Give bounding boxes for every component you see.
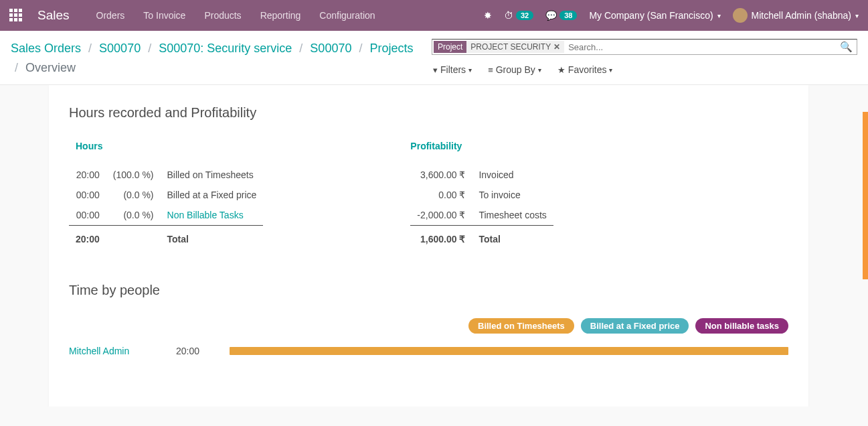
facet-value: PROJECT SECURITY (470, 42, 551, 52)
legend-billed-timesheets[interactable]: Billed on Timesheets (468, 318, 574, 334)
menu-orders[interactable]: Orders (96, 10, 125, 21)
search-icon[interactable]: 🔍 (840, 41, 855, 53)
list-icon: ≡ (488, 65, 493, 75)
discuss-count: 38 (559, 11, 577, 20)
person-name-link[interactable]: Mitchell Admin (69, 346, 163, 356)
overview-sheet: Hours recorded and Profitability Hours 2… (49, 85, 808, 407)
clock-icon: ⏱ (504, 10, 513, 21)
profit-row: 3,600.00 ₹ Invoiced (410, 165, 553, 185)
hours-label: Billed at a Fixed price (161, 185, 264, 205)
hours-row: 00:00 (0.0 %) Non Billable Tasks (69, 205, 263, 226)
star-icon: ★ (557, 65, 566, 75)
user-name: Mitchell Admin (shabna) (752, 10, 851, 21)
profit-total-row: 1,600.00 ₹ Total (410, 225, 553, 249)
crumb-security-service[interactable]: S00070: Security service (159, 42, 292, 55)
legend-non-billable[interactable]: Non billable tasks (695, 318, 788, 334)
groupby-button[interactable]: ≡ Group By ▾ (488, 64, 541, 75)
hours-total-row: 20:00 Total (69, 225, 263, 249)
search-facet-project: Project PROJECT SECURITY ✕ (434, 41, 564, 53)
profitability-block: Profitability 3,600.00 ₹ Invoiced 0.00 ₹… (410, 141, 553, 249)
content-area: Hours recorded and Profitability Hours 2… (0, 85, 868, 407)
control-panel: Sales Orders / S00070 / S00070: Security… (0, 31, 868, 85)
hours-heading: Hours (69, 141, 263, 151)
search-input[interactable] (564, 42, 840, 52)
menu-configuration[interactable]: Configuration (319, 10, 375, 21)
search-bar[interactable]: Project PROJECT SECURITY ✕ 🔍 (432, 39, 857, 55)
app-brand[interactable]: Sales (37, 8, 70, 23)
activities-button[interactable]: ⏱ 32 (504, 10, 533, 21)
company-switcher[interactable]: My Company (San Francisco) ▾ (589, 10, 720, 21)
person-hours: 20:00 (176, 346, 216, 356)
scrollbar-thumb[interactable] (863, 112, 868, 279)
hours-row: 20:00 (100.0 %) Billed on Timesheets (69, 165, 263, 185)
bug-icon[interactable]: ✸ (484, 10, 492, 21)
chevron-down-icon: ▾ (468, 66, 472, 74)
profit-label: To invoice (472, 185, 553, 205)
crumb-sales-orders[interactable]: Sales Orders (11, 42, 81, 55)
chevron-down-icon: ▾ (855, 12, 859, 19)
activities-count: 32 (516, 11, 533, 20)
facet-category: Project (434, 41, 466, 53)
menu-products[interactable]: Products (204, 10, 241, 21)
crumb-s00070-2[interactable]: S00070 (310, 42, 351, 55)
apps-icon[interactable] (9, 9, 23, 22)
hours-row: 00:00 (0.0 %) Billed at a Fixed price (69, 185, 263, 205)
hours-label: Billed on Timesheets (161, 165, 264, 185)
profit-label: Invoiced (472, 165, 553, 185)
legend-billed-fixed[interactable]: Billed at a Fixed price (581, 318, 689, 334)
person-row: Mitchell Admin 20:00 (69, 346, 788, 356)
person-bar (230, 347, 788, 355)
chevron-down-icon: ▾ (717, 12, 721, 19)
section-people-title: Time by people (69, 283, 788, 298)
crumb-s00070-1[interactable]: S00070 (99, 42, 141, 55)
favorites-button[interactable]: ★ Favorites ▾ (557, 64, 613, 75)
menu-to-invoice[interactable]: To Invoice (143, 10, 185, 21)
crumb-current: Overview (25, 61, 76, 74)
filter-bar: ▾ Filters ▾ ≡ Group By ▾ ★ Favorites ▾ (432, 64, 857, 75)
menu-reporting[interactable]: Reporting (260, 10, 301, 21)
breadcrumb: Sales Orders / S00070 / S00070: Security… (11, 39, 414, 78)
profit-row: -2,000.00 ₹ Timesheet costs (410, 205, 553, 226)
profit-row: 0.00 ₹ To invoice (410, 185, 553, 205)
chevron-down-icon: ▾ (538, 66, 541, 74)
facet-remove-icon[interactable]: ✕ (553, 42, 560, 52)
user-menu[interactable]: Mitchell Admin (shabna) ▾ (733, 8, 859, 23)
nav-menu: Orders To Invoice Products Reporting Con… (96, 10, 375, 21)
chat-icon: 💬 (545, 10, 557, 21)
chart-legend: Billed on Timesheets Billed at a Fixed p… (69, 318, 788, 334)
section-hours-title: Hours recorded and Profitability (69, 105, 788, 121)
profit-heading: Profitability (410, 141, 553, 151)
chevron-down-icon: ▾ (609, 66, 612, 74)
filters-button[interactable]: ▾ Filters ▾ (433, 64, 472, 75)
funnel-icon: ▾ (433, 65, 438, 75)
company-name: My Company (San Francisco) (589, 10, 713, 21)
profit-label: Timesheet costs (472, 205, 553, 226)
non-billable-link[interactable]: Non Billable Tasks (161, 205, 264, 226)
crumb-projects[interactable]: Projects (369, 42, 413, 55)
navbar-right: ✸ ⏱ 32 💬 38 My Company (San Francisco) ▾… (484, 8, 859, 23)
discuss-button[interactable]: 💬 38 (545, 10, 577, 21)
main-navbar: Sales Orders To Invoice Products Reporti… (0, 0, 868, 31)
hours-block: Hours 20:00 (100.0 %) Billed on Timeshee… (69, 141, 263, 249)
avatar (733, 8, 748, 23)
